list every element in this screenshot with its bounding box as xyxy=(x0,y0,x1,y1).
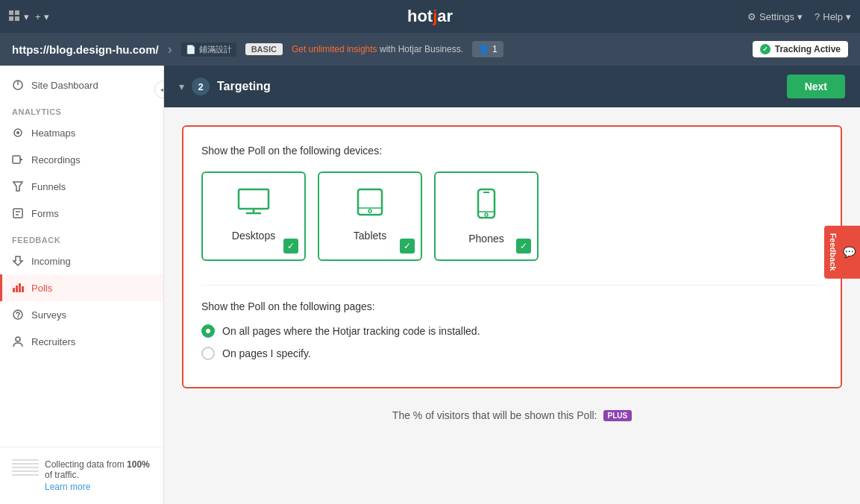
targeting-number: 2 xyxy=(192,78,210,95)
learn-more-link[interactable]: Learn more xyxy=(45,482,90,492)
svg-rect-1 xyxy=(15,10,19,15)
tablets-checkmark: ✓ xyxy=(400,239,415,253)
settings-label: Settings xyxy=(759,11,794,22)
site-name: 鋪滿設計 xyxy=(199,44,232,55)
sidebar-item-recruiters[interactable]: Recruiters xyxy=(0,328,163,355)
polls-label: Polls xyxy=(31,283,52,294)
svg-rect-14 xyxy=(16,286,18,292)
radio-specify-pages-icon xyxy=(201,347,215,360)
traffic-suffix: of traffic. xyxy=(45,470,79,480)
tablet-icon xyxy=(354,188,386,221)
devices-question: Show the Poll on the following devices: xyxy=(201,145,823,157)
collecting-prefix: Collecting data from xyxy=(45,459,125,470)
heatmaps-label: Heatmaps xyxy=(31,127,75,139)
radio-all-pages-icon xyxy=(201,324,215,338)
targeting-header: ▾ 2 Targeting Next xyxy=(164,66,860,107)
unlimited-link[interactable]: Get unlimited insights xyxy=(292,44,377,54)
basic-badge: BASIC xyxy=(245,43,283,55)
top-bar: ▾ + ▾ hotjar ⚙ Settings ▾ ? Help ▾ xyxy=(0,0,860,33)
sidebar-item-funnels[interactable]: Funnels xyxy=(0,173,163,200)
surveys-icon xyxy=(12,309,24,321)
feedback-section-label: FEEDBACK xyxy=(0,227,163,248)
traffic-chart-icon xyxy=(12,459,39,477)
dashboard-icon xyxy=(12,79,24,91)
incoming-label: Incoming xyxy=(31,256,71,267)
add-button[interactable]: + ▾ xyxy=(35,11,49,22)
svg-point-18 xyxy=(17,316,19,318)
gear-icon: ⚙ xyxy=(747,11,756,22)
pages-question: Show the Poll on the following pages: xyxy=(201,300,823,312)
svg-marker-9 xyxy=(13,182,22,191)
all-pages-label: On all pages where the Hotjar tracking c… xyxy=(222,325,480,337)
tablets-label: Tablets xyxy=(354,230,386,242)
grid-menu-button[interactable]: ▾ xyxy=(9,10,29,22)
svg-point-24 xyxy=(368,210,371,212)
unlimited-suffix: with Hotjar Business. xyxy=(380,44,463,54)
device-card-tablets[interactable]: Tablets ✓ xyxy=(318,171,422,261)
main-layout: ◀ Site Dashboard ANALYTICS Heatmaps Reco… xyxy=(0,66,860,504)
next-button[interactable]: Next xyxy=(787,75,845,98)
sidebar-item-forms[interactable]: Forms xyxy=(0,200,163,227)
collecting-row: Collecting data from 100% of traffic. Le… xyxy=(12,459,151,492)
device-card-desktops[interactable]: Desktops ✓ xyxy=(201,171,306,261)
svg-rect-16 xyxy=(22,286,24,292)
sidebar-item-surveys[interactable]: Surveys xyxy=(0,301,163,328)
sidebar-item-dashboard[interactable]: Site Dashboard xyxy=(0,72,163,98)
dashboard-label: Site Dashboard xyxy=(31,80,98,91)
phones-label: Phones xyxy=(468,233,503,245)
top-bar-left: ▾ + ▾ xyxy=(9,10,49,22)
forms-icon xyxy=(12,207,24,219)
targeting-chevron[interactable]: ▾ xyxy=(179,81,184,92)
sidebar-item-polls[interactable]: Polls xyxy=(0,274,163,301)
specify-pages-label: On pages I specify. xyxy=(222,347,311,359)
collecting-text-block: Collecting data from 100% of traffic. Le… xyxy=(45,459,151,492)
help-label: Help xyxy=(823,11,843,22)
tracking-active-badge: ✓ Tracking Active xyxy=(753,41,848,57)
analytics-section-label: ANALYTICS xyxy=(0,98,163,119)
phone-icon xyxy=(476,188,497,224)
sidebar-item-incoming[interactable]: Incoming xyxy=(0,248,163,274)
device-card-phones[interactable]: Phones ✓ xyxy=(434,171,539,261)
feedback-label: Feedback xyxy=(829,233,838,271)
site-bar: https://blog.design-hu.com/ › 📄 鋪滿設計 BAS… xyxy=(0,33,860,66)
poll-settings-box: Show the Poll on the following devices: … xyxy=(182,125,842,388)
radio-option-all-pages[interactable]: On all pages where the Hotjar tracking c… xyxy=(201,324,823,338)
svg-rect-13 xyxy=(13,288,15,292)
settings-button[interactable]: ⚙ Settings ▾ xyxy=(747,11,803,22)
radio-option-specify-pages[interactable]: On pages I specify. xyxy=(201,347,823,360)
recordings-label: Recordings xyxy=(31,154,81,166)
svg-rect-23 xyxy=(358,189,382,215)
sidebar-item-recordings[interactable]: Recordings xyxy=(0,146,163,173)
svg-rect-15 xyxy=(19,283,21,292)
user-count-value: 1 xyxy=(492,44,498,54)
svg-rect-10 xyxy=(13,209,22,218)
svg-point-6 xyxy=(16,131,19,134)
sidebar: ◀ Site Dashboard ANALYTICS Heatmaps Reco… xyxy=(0,66,164,504)
svg-marker-8 xyxy=(20,158,23,161)
recordings-icon xyxy=(12,154,24,166)
incoming-icon xyxy=(12,255,24,267)
traffic-percent: 100% xyxy=(127,459,150,470)
settings-chevron: ▾ xyxy=(797,11,803,22)
help-button[interactable]: ? Help ▾ xyxy=(815,11,851,22)
recruiters-icon xyxy=(12,336,24,347)
site-url: https://blog.design-hu.com/ xyxy=(12,43,159,56)
feedback-tab[interactable]: 💬 Feedback xyxy=(824,226,860,279)
tracking-active-text: Tracking Active xyxy=(775,44,841,54)
breadcrumb-separator: › xyxy=(168,42,172,57)
sidebar-item-heatmaps[interactable]: Heatmaps xyxy=(0,119,163,146)
desktops-label: Desktops xyxy=(232,230,275,242)
site-name-tag: 📄 鋪滿設計 xyxy=(181,42,236,57)
logo-text: hot xyxy=(407,7,433,25)
feedback-icon: 💬 xyxy=(844,246,856,259)
plus-badge: PLUS xyxy=(603,410,633,421)
user-count: 👤 1 xyxy=(472,41,503,57)
user-icon: 👤 xyxy=(478,44,489,54)
plus-icon: + xyxy=(35,11,41,22)
svg-rect-20 xyxy=(239,189,269,209)
collecting-info: Collecting data from 100% of traffic. Le… xyxy=(0,447,163,504)
svg-rect-7 xyxy=(13,156,20,163)
visitor-text: The % of visitors that will be shown thi… xyxy=(392,409,597,421)
svg-rect-3 xyxy=(15,16,19,21)
svg-point-19 xyxy=(16,337,20,341)
